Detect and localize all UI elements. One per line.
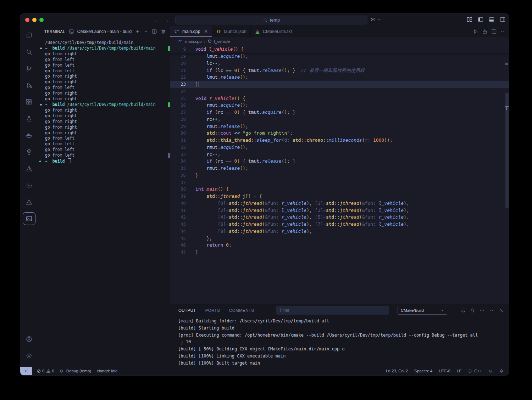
toggle-primary-sidebar-button[interactable]	[477, 16, 484, 23]
panel-tab-output[interactable]: OUTPUT	[178, 305, 196, 315]
code-line[interactable]: 21 if (lc == 0) { tmut.release(); } // 最…	[170, 67, 509, 74]
status-debug-target[interactable]: Debug (temp)	[60, 369, 91, 373]
activity-problems[interactable]	[21, 193, 37, 210]
terminal-dropdown-chevron[interactable]	[144, 29, 148, 34]
new-terminal-button[interactable]	[135, 29, 140, 34]
code-line[interactable]: 41 [2]=std::jthread(&fun: l_vehicle), [3…	[170, 207, 509, 214]
terminal-output[interactable]: /Users/cyril/Dev/tmp/temp/build/main→ bu…	[38, 37, 170, 367]
code-line[interactable]: 44 [8]=std::jthread(&fun: r_vehicle),	[170, 228, 509, 235]
code-line[interactable]: 25void r_vehicle() {	[170, 95, 509, 102]
status-problems[interactable]: 00	[37, 369, 54, 373]
status-eol[interactable]: LF	[457, 369, 461, 373]
activity-source-control[interactable]	[21, 60, 37, 77]
activity-search[interactable]	[21, 44, 37, 60]
code-line[interactable]: 42 [4]=std::jthread(&fun: r_vehicle), [5…	[170, 214, 509, 221]
debug-run-button[interactable]	[482, 29, 488, 34]
status-encoding[interactable]: UTF-8	[439, 369, 450, 373]
code-line[interactable]: 26 rmut.acquire();	[170, 102, 509, 109]
overview-ruler-mark	[505, 106, 509, 107]
code-line[interactable]: 22 lmut.release();	[170, 74, 509, 81]
run-button[interactable]	[473, 29, 478, 34]
sticky-scroll-line[interactable]: 9void l_vehicle() {	[170, 46, 509, 53]
panel-tab-ports[interactable]: PORTS	[205, 305, 220, 315]
editor-more-actions-button[interactable]	[500, 29, 506, 34]
tab-main.cpp[interactable]: C++main.cpp✕	[170, 26, 212, 37]
activity-explorer[interactable]	[21, 27, 37, 44]
activity-docker[interactable]	[21, 127, 37, 143]
code-line[interactable]: 28 rc++;	[170, 116, 509, 123]
code-line[interactable]: 47}	[170, 249, 509, 256]
toggle-secondary-sidebar-button[interactable]	[499, 16, 506, 23]
output-log[interactable]: [main] Building folder: /Users/cyril/Dev…	[170, 316, 509, 367]
code-line[interactable]: 43 [6]=std::jthread(&fun: r_vehicle), [7…	[170, 221, 509, 228]
activity-accounts[interactable]	[21, 331, 37, 347]
command-decoration-icon[interactable]	[40, 104, 42, 106]
breadcrumb-file[interactable]: main.cpp	[185, 39, 202, 44]
code-line[interactable]: 32 rmut.acquire();	[170, 144, 509, 151]
editor-scrollbar[interactable]	[505, 93, 509, 208]
terminal-session-label[interactable]: CMake/Launch - main - build	[77, 29, 132, 34]
lock-scroll-button[interactable]	[470, 308, 475, 313]
split-terminal-button[interactable]	[151, 29, 157, 34]
activity-cmake[interactable]	[21, 160, 37, 177]
panel-more-actions-button[interactable]	[479, 308, 485, 313]
code-line[interactable]: 38int main() {	[170, 186, 509, 193]
status-language-mode[interactable]: C++	[468, 369, 482, 373]
code-line[interactable]: 46 return 0;	[170, 242, 509, 249]
code-line[interactable]: 27 if (rc == 0) { tmut.acquire(); }	[170, 109, 509, 116]
nav-back-button[interactable]: ←	[154, 17, 160, 23]
status-clangd[interactable]: clangd: idle	[97, 369, 117, 373]
remote-indicator[interactable]	[20, 367, 32, 375]
command-center[interactable]: temp	[175, 16, 367, 24]
code-line[interactable]: 31 std::this_thread::sleep_for(d: std::c…	[170, 137, 509, 144]
code-line[interactable]: 24	[170, 88, 509, 95]
code-line[interactable]: 29 rmut.release();	[170, 123, 509, 130]
tab-CMakeLists.txt[interactable]: CMakeLists.txt	[251, 26, 296, 37]
panel-tab-comments[interactable]: COMMENTS	[229, 305, 254, 315]
close-window-button[interactable]	[25, 18, 29, 22]
activity-testing[interactable]	[21, 110, 37, 127]
activity-settings[interactable]	[21, 347, 37, 364]
clear-output-button[interactable]	[460, 308, 466, 313]
minimize-window-button[interactable]	[32, 18, 37, 22]
activity-extensions[interactable]	[21, 94, 37, 110]
status-cursor-position[interactable]: Ln 23, Col 2	[386, 369, 408, 373]
code-line[interactable]: 20 lc--;	[170, 60, 509, 67]
activity-terminal[interactable]	[21, 210, 37, 227]
nav-forward-button[interactable]: →	[164, 17, 170, 23]
tab-launch.json[interactable]: {}launch.json	[212, 26, 251, 37]
code-editor[interactable]: 9void l_vehicle() { 19 lmut.acquire();20…	[170, 46, 509, 304]
close-icon[interactable]: ✕	[204, 29, 208, 34]
code-line[interactable]: 35 rmut.release();	[170, 165, 509, 172]
close-panel-button[interactable]	[498, 308, 504, 313]
status-notifications[interactable]	[499, 369, 504, 373]
code-line[interactable]: 37	[170, 179, 509, 186]
output-channel-select[interactable]: CMake/Build	[398, 306, 447, 315]
kill-terminal-button[interactable]	[160, 29, 166, 34]
split-editor-icon	[491, 29, 497, 34]
code-line[interactable]: 30 std::cout << "go from right\n";	[170, 130, 509, 137]
copilot-menu-button[interactable]	[370, 16, 382, 23]
breadcrumb-symbol[interactable]: l_vehicle	[214, 39, 230, 44]
activity-todo-tree[interactable]	[21, 143, 37, 160]
code-line[interactable]: 19 lmut.acquire();	[170, 53, 509, 60]
customize-layout-button[interactable]	[466, 16, 473, 23]
code-line[interactable]: 36}	[170, 172, 509, 179]
toggle-panel-button[interactable]	[488, 16, 495, 23]
status-indentation[interactable]: Spaces: 4	[414, 369, 432, 373]
output-filter-input[interactable]	[276, 306, 389, 315]
code-line[interactable]: 34 if (rc == 0) { tmut.release(); }	[170, 158, 509, 165]
activity-run-debug[interactable]	[21, 77, 37, 94]
command-decoration-icon[interactable]: ❖	[39, 158, 41, 164]
code-line[interactable]: 45 };	[170, 235, 509, 242]
code-line[interactable]: 40 [0]=std::jthread(&fun: r_vehicle), [1…	[170, 200, 509, 207]
code-line[interactable]: 23}	[170, 81, 509, 88]
split-editor-button[interactable]	[491, 29, 497, 34]
code-line[interactable]: 33 rc--;	[170, 151, 509, 158]
status-copilot-status[interactable]	[488, 369, 493, 373]
code-line[interactable]: 39 std::jthread j[] = {	[170, 193, 509, 200]
zoom-window-button[interactable]	[39, 18, 44, 22]
maximize-panel-button[interactable]	[489, 308, 494, 313]
command-decoration-icon[interactable]	[40, 47, 42, 49]
activity-chat[interactable]	[21, 177, 37, 193]
